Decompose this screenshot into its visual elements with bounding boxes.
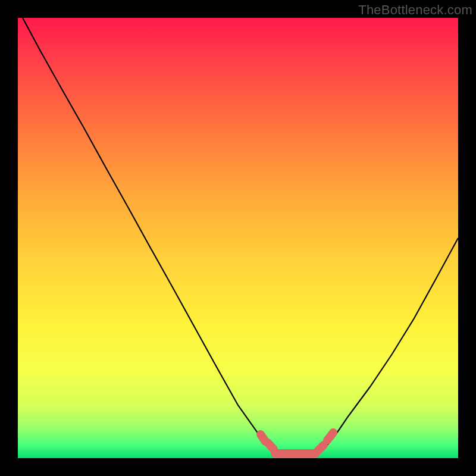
bottleneck-curve bbox=[18, 9, 458, 456]
bottleneck-curve-svg bbox=[18, 18, 458, 458]
svg-line-1 bbox=[268, 443, 274, 449]
svg-line-3 bbox=[318, 445, 324, 451]
svg-line-4 bbox=[327, 433, 333, 440]
plot-area bbox=[18, 18, 458, 458]
watermark-text: TheBottleneck.com bbox=[358, 2, 472, 18]
optimal-region-markers bbox=[261, 433, 333, 453]
chart-frame: TheBottleneck.com bbox=[0, 0, 476, 476]
